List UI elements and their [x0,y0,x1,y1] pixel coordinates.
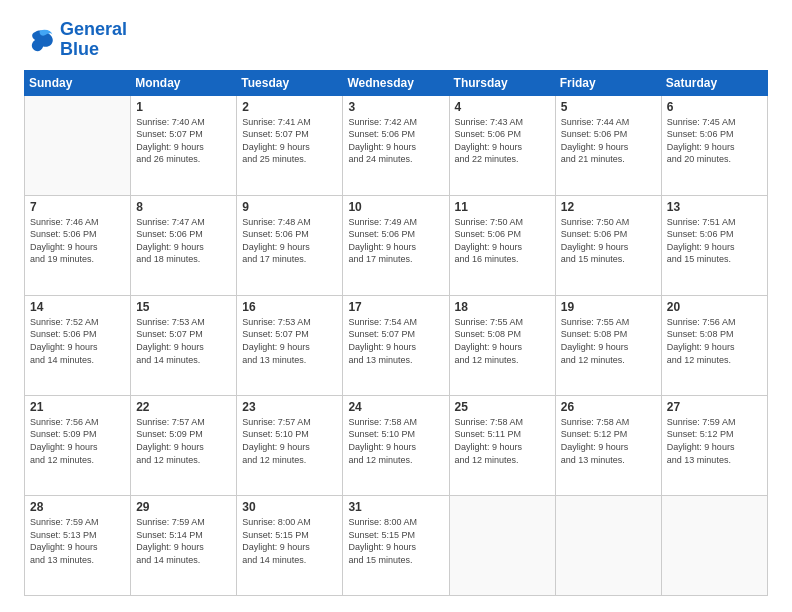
day-info: Sunrise: 8:00 AM Sunset: 5:15 PM Dayligh… [348,516,443,566]
day-number: 21 [30,400,125,414]
day-info: Sunrise: 8:00 AM Sunset: 5:15 PM Dayligh… [242,516,337,566]
week-row-3: 14Sunrise: 7:52 AM Sunset: 5:06 PM Dayli… [25,295,768,395]
day-info: Sunrise: 7:47 AM Sunset: 5:06 PM Dayligh… [136,216,231,266]
day-info: Sunrise: 7:45 AM Sunset: 5:06 PM Dayligh… [667,116,762,166]
day-info: Sunrise: 7:53 AM Sunset: 5:07 PM Dayligh… [136,316,231,366]
day-number: 23 [242,400,337,414]
day-number: 17 [348,300,443,314]
day-info: Sunrise: 7:51 AM Sunset: 5:06 PM Dayligh… [667,216,762,266]
calendar-cell [661,495,767,595]
calendar-cell: 14Sunrise: 7:52 AM Sunset: 5:06 PM Dayli… [25,295,131,395]
logo-text: General Blue [60,20,127,60]
day-number: 19 [561,300,656,314]
calendar-cell: 25Sunrise: 7:58 AM Sunset: 5:11 PM Dayli… [449,395,555,495]
weekday-header-thursday: Thursday [449,70,555,95]
calendar-cell: 30Sunrise: 8:00 AM Sunset: 5:15 PM Dayli… [237,495,343,595]
day-number: 24 [348,400,443,414]
day-number: 22 [136,400,231,414]
day-info: Sunrise: 7:55 AM Sunset: 5:08 PM Dayligh… [455,316,550,366]
calendar-cell [449,495,555,595]
calendar-cell: 22Sunrise: 7:57 AM Sunset: 5:09 PM Dayli… [131,395,237,495]
day-number: 31 [348,500,443,514]
calendar-cell: 29Sunrise: 7:59 AM Sunset: 5:14 PM Dayli… [131,495,237,595]
day-number: 28 [30,500,125,514]
calendar-cell: 20Sunrise: 7:56 AM Sunset: 5:08 PM Dayli… [661,295,767,395]
day-number: 7 [30,200,125,214]
calendar-cell [555,495,661,595]
calendar-cell: 26Sunrise: 7:58 AM Sunset: 5:12 PM Dayli… [555,395,661,495]
weekday-header-tuesday: Tuesday [237,70,343,95]
day-number: 15 [136,300,231,314]
week-row-1: 1Sunrise: 7:40 AM Sunset: 5:07 PM Daylig… [25,95,768,195]
day-info: Sunrise: 7:59 AM Sunset: 5:14 PM Dayligh… [136,516,231,566]
day-info: Sunrise: 7:48 AM Sunset: 5:06 PM Dayligh… [242,216,337,266]
calendar-cell: 24Sunrise: 7:58 AM Sunset: 5:10 PM Dayli… [343,395,449,495]
day-info: Sunrise: 7:49 AM Sunset: 5:06 PM Dayligh… [348,216,443,266]
week-row-2: 7Sunrise: 7:46 AM Sunset: 5:06 PM Daylig… [25,195,768,295]
header: General Blue [24,20,768,60]
calendar-cell: 10Sunrise: 7:49 AM Sunset: 5:06 PM Dayli… [343,195,449,295]
day-number: 9 [242,200,337,214]
calendar-cell [25,95,131,195]
calendar-cell: 9Sunrise: 7:48 AM Sunset: 5:06 PM Daylig… [237,195,343,295]
calendar-cell: 1Sunrise: 7:40 AM Sunset: 5:07 PM Daylig… [131,95,237,195]
calendar-cell: 19Sunrise: 7:55 AM Sunset: 5:08 PM Dayli… [555,295,661,395]
day-number: 4 [455,100,550,114]
weekday-header-friday: Friday [555,70,661,95]
day-number: 13 [667,200,762,214]
day-number: 16 [242,300,337,314]
day-info: Sunrise: 7:58 AM Sunset: 5:10 PM Dayligh… [348,416,443,466]
calendar-cell: 11Sunrise: 7:50 AM Sunset: 5:06 PM Dayli… [449,195,555,295]
day-number: 25 [455,400,550,414]
day-number: 11 [455,200,550,214]
day-info: Sunrise: 7:40 AM Sunset: 5:07 PM Dayligh… [136,116,231,166]
day-number: 5 [561,100,656,114]
calendar-cell: 16Sunrise: 7:53 AM Sunset: 5:07 PM Dayli… [237,295,343,395]
calendar-cell: 2Sunrise: 7:41 AM Sunset: 5:07 PM Daylig… [237,95,343,195]
calendar-cell: 21Sunrise: 7:56 AM Sunset: 5:09 PM Dayli… [25,395,131,495]
calendar-cell: 27Sunrise: 7:59 AM Sunset: 5:12 PM Dayli… [661,395,767,495]
day-number: 18 [455,300,550,314]
day-info: Sunrise: 7:41 AM Sunset: 5:07 PM Dayligh… [242,116,337,166]
day-info: Sunrise: 7:44 AM Sunset: 5:06 PM Dayligh… [561,116,656,166]
calendar-cell: 17Sunrise: 7:54 AM Sunset: 5:07 PM Dayli… [343,295,449,395]
day-number: 8 [136,200,231,214]
day-number: 29 [136,500,231,514]
weekday-header-wednesday: Wednesday [343,70,449,95]
day-number: 12 [561,200,656,214]
day-number: 30 [242,500,337,514]
day-info: Sunrise: 7:43 AM Sunset: 5:06 PM Dayligh… [455,116,550,166]
day-info: Sunrise: 7:46 AM Sunset: 5:06 PM Dayligh… [30,216,125,266]
day-number: 26 [561,400,656,414]
day-info: Sunrise: 7:57 AM Sunset: 5:10 PM Dayligh… [242,416,337,466]
day-info: Sunrise: 7:56 AM Sunset: 5:08 PM Dayligh… [667,316,762,366]
day-info: Sunrise: 7:58 AM Sunset: 5:12 PM Dayligh… [561,416,656,466]
calendar-cell: 3Sunrise: 7:42 AM Sunset: 5:06 PM Daylig… [343,95,449,195]
day-info: Sunrise: 7:42 AM Sunset: 5:06 PM Dayligh… [348,116,443,166]
day-number: 14 [30,300,125,314]
day-number: 2 [242,100,337,114]
day-number: 27 [667,400,762,414]
calendar-cell: 13Sunrise: 7:51 AM Sunset: 5:06 PM Dayli… [661,195,767,295]
weekday-header-monday: Monday [131,70,237,95]
logo: General Blue [24,20,127,60]
day-number: 10 [348,200,443,214]
day-info: Sunrise: 7:50 AM Sunset: 5:06 PM Dayligh… [455,216,550,266]
day-number: 6 [667,100,762,114]
page: General Blue SundayMondayTuesdayWednesda… [0,0,792,612]
calendar-cell: 31Sunrise: 8:00 AM Sunset: 5:15 PM Dayli… [343,495,449,595]
week-row-5: 28Sunrise: 7:59 AM Sunset: 5:13 PM Dayli… [25,495,768,595]
day-info: Sunrise: 7:56 AM Sunset: 5:09 PM Dayligh… [30,416,125,466]
day-info: Sunrise: 7:58 AM Sunset: 5:11 PM Dayligh… [455,416,550,466]
logo-icon [24,24,56,56]
calendar-cell: 12Sunrise: 7:50 AM Sunset: 5:06 PM Dayli… [555,195,661,295]
calendar-cell: 4Sunrise: 7:43 AM Sunset: 5:06 PM Daylig… [449,95,555,195]
day-number: 1 [136,100,231,114]
day-info: Sunrise: 7:52 AM Sunset: 5:06 PM Dayligh… [30,316,125,366]
weekday-header-saturday: Saturday [661,70,767,95]
calendar-cell: 8Sunrise: 7:47 AM Sunset: 5:06 PM Daylig… [131,195,237,295]
weekday-header-sunday: Sunday [25,70,131,95]
weekday-header-row: SundayMondayTuesdayWednesdayThursdayFrid… [25,70,768,95]
calendar-cell: 18Sunrise: 7:55 AM Sunset: 5:08 PM Dayli… [449,295,555,395]
calendar-cell: 5Sunrise: 7:44 AM Sunset: 5:06 PM Daylig… [555,95,661,195]
